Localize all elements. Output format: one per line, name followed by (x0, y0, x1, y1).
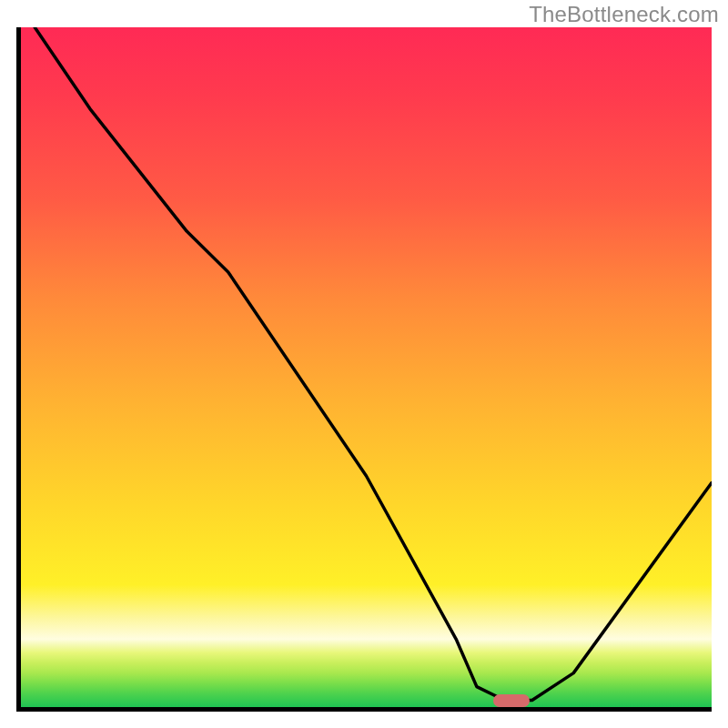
optimal-marker (493, 694, 530, 707)
bottleneck-curve (21, 27, 712, 707)
plot-area (16, 27, 712, 712)
watermark-text: TheBottleneck.com (529, 2, 719, 27)
chart-container: TheBottleneck.com (0, 0, 728, 728)
